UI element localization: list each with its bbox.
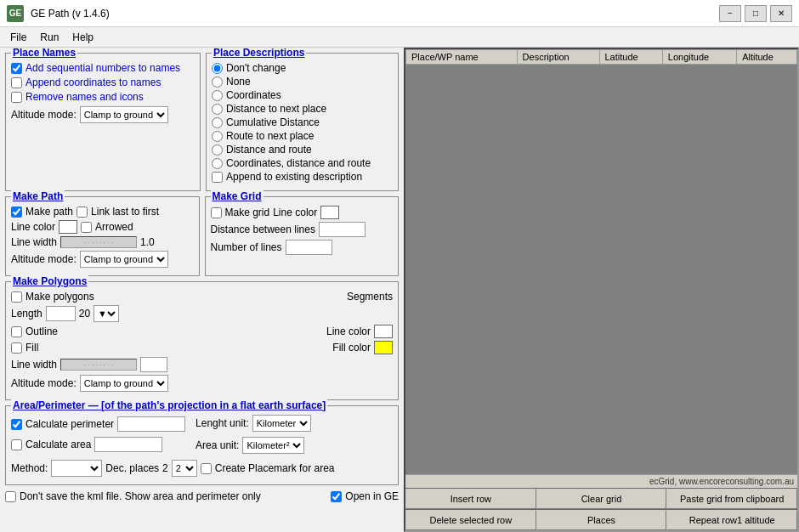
make-path-title: Make Path xyxy=(11,190,65,202)
link-last-checkbox[interactable] xyxy=(76,207,88,218)
distance-between-input[interactable] xyxy=(319,222,366,237)
remove-names-label: Remove names and icons xyxy=(26,91,144,103)
desc-allthree-radio[interactable] xyxy=(212,158,223,169)
desc-dontchange-radio[interactable] xyxy=(212,63,223,74)
calc-perimeter-checkbox[interactable] xyxy=(11,419,22,430)
grid-buttons-row2: Delete selected row Places Repeat row1 a… xyxy=(405,509,797,530)
make-grid-label: Make grid xyxy=(225,207,270,218)
grid-line-color-box[interactable] xyxy=(320,206,339,219)
paste-grid-button[interactable]: Paste grid from clipboard xyxy=(666,489,797,509)
path-line-width-slider[interactable]: · · · · · · · · xyxy=(60,236,137,248)
close-button[interactable]: ✕ xyxy=(770,5,792,22)
poly-altitude-select[interactable]: Clamp to ground xyxy=(80,375,168,392)
create-placemark-label: Create Placemark for area xyxy=(215,462,335,474)
area-unit-select[interactable]: Kilometer² xyxy=(242,437,304,454)
desc-cumulative-label: Cumulative Distance xyxy=(226,116,320,128)
make-path-section: Make Path Make path Link last to first L… xyxy=(5,196,200,276)
grid-table-wrapper[interactable]: Place/WP name Description Latitude Longi… xyxy=(405,49,797,474)
make-grid-checkbox[interactable] xyxy=(211,207,222,218)
desc-coordinates-radio[interactable] xyxy=(212,90,223,101)
perimeter-value-input[interactable] xyxy=(117,416,185,432)
fill-color-label: Fill color xyxy=(332,342,371,354)
col-description: Description xyxy=(517,50,599,65)
desc-allthree-label: Coordinates, distance and route xyxy=(226,157,371,169)
desc-none-radio[interactable] xyxy=(212,76,223,88)
link-last-label: Link last to first xyxy=(91,206,159,218)
menu-help[interactable]: Help xyxy=(65,30,100,45)
dont-save-label: Don't save the kml file. Show area and p… xyxy=(20,490,261,502)
make-path-checkbox[interactable] xyxy=(11,207,22,218)
title-bar: GE GE Path (v 1.4.6) − □ ✕ xyxy=(0,0,799,27)
calc-area-checkbox[interactable] xyxy=(11,439,22,450)
length-unit-label: Lenght unit: xyxy=(196,417,249,429)
path-altitude-label: Altitude mode: xyxy=(11,253,76,265)
number-of-lines-input[interactable] xyxy=(286,240,332,255)
dec-places-select[interactable]: 2 xyxy=(172,460,197,477)
number-of-lines-label: Number of lines xyxy=(211,241,282,253)
right-panel: Place/WP name Description Latitude Longi… xyxy=(404,48,799,532)
add-sequential-label: Add sequential numbers to names xyxy=(26,62,180,74)
remove-names-checkbox[interactable] xyxy=(11,92,22,103)
line-color-label: Line color xyxy=(11,221,55,233)
area-value-input[interactable] xyxy=(94,437,162,452)
bottom-row: Don't save the kml file. Show area and p… xyxy=(5,490,399,502)
poly-altitude-label: Altitude mode: xyxy=(11,377,76,389)
grid-line-color-label: Line color xyxy=(273,207,317,218)
outline-checkbox[interactable] xyxy=(11,326,22,337)
outline-label: Outline xyxy=(26,325,58,337)
poly-segments-select[interactable]: ▼ xyxy=(94,305,119,322)
minimize-button[interactable]: − xyxy=(719,5,741,22)
repeat-altitude-button[interactable]: Repeat row1 altitude xyxy=(666,510,797,530)
places-button[interactable]: Places xyxy=(536,510,667,530)
distance-between-label: Distance between lines xyxy=(211,224,315,235)
segments-label: Segments xyxy=(347,291,393,303)
poly-line-width-slider[interactable]: · · · · · · · · xyxy=(60,359,137,371)
path-altitude-select[interactable]: Clamp to ground xyxy=(80,251,168,268)
line-color-box[interactable] xyxy=(59,220,77,234)
fill-checkbox[interactable] xyxy=(11,342,22,354)
fill-color-box[interactable] xyxy=(374,341,393,354)
place-names-section: Place Names Add sequential numbers to na… xyxy=(5,53,201,191)
dec-places-label: Dec. places xyxy=(105,462,159,474)
make-path-label: Make path xyxy=(26,206,73,218)
altitude-mode-label: Altitude mode: xyxy=(11,109,76,121)
append-coords-checkbox[interactable] xyxy=(11,77,22,88)
place-names-title: Place Names xyxy=(11,48,77,59)
make-polygons-checkbox[interactable] xyxy=(11,291,22,303)
grid-table: Place/WP name Description Latitude Longi… xyxy=(405,49,797,65)
open-in-ge-checkbox[interactable] xyxy=(331,491,342,502)
make-polygons-title: Make Polygons xyxy=(11,275,88,287)
menu-run[interactable]: Run xyxy=(33,30,65,45)
app-icon: GE xyxy=(7,5,24,22)
grid-header-row: Place/WP name Description Latitude Longi… xyxy=(406,50,797,65)
append-existing-checkbox[interactable] xyxy=(212,172,223,183)
insert-row-button[interactable]: Insert row xyxy=(405,489,536,509)
method-select[interactable] xyxy=(51,460,102,477)
desc-route-radio[interactable] xyxy=(212,131,223,142)
desc-cumulative-radio[interactable] xyxy=(212,117,223,128)
add-sequential-checkbox[interactable] xyxy=(11,63,22,74)
window-controls: − □ ✕ xyxy=(719,5,792,22)
method-label: Method: xyxy=(11,462,48,474)
arrowed-checkbox[interactable] xyxy=(81,222,92,233)
arrowed-label: Arrowed xyxy=(95,221,133,233)
desc-none-label: None xyxy=(226,76,251,88)
open-in-ge-label: Open in GE xyxy=(345,490,399,502)
maximize-button[interactable]: □ xyxy=(745,5,767,22)
length-unit-select[interactable]: Kilometer xyxy=(252,415,311,432)
desc-distance-radio[interactable] xyxy=(212,104,223,115)
grid-buttons-row1: Insert row Clear grid Paste grid from cl… xyxy=(405,488,797,509)
altitude-mode-select[interactable]: Clamp to ground xyxy=(80,106,168,123)
menu-bar: File Run Help xyxy=(0,27,799,48)
poly-length-input[interactable] xyxy=(46,306,76,321)
delete-row-button[interactable]: Delete selected row xyxy=(405,510,536,530)
make-grid-section: Make Grid Make grid Line color Distance … xyxy=(205,196,400,276)
dont-save-checkbox[interactable] xyxy=(5,491,16,502)
create-placemark-checkbox[interactable] xyxy=(201,463,212,474)
menu-file[interactable]: File xyxy=(3,30,33,45)
main-content: Place Names Add sequential numbers to na… xyxy=(0,48,799,532)
clear-grid-button[interactable]: Clear grid xyxy=(536,489,667,509)
poly-line-color-box[interactable] xyxy=(374,325,393,338)
desc-distroute-radio[interactable] xyxy=(212,144,223,156)
poly-line-width-input[interactable]: 1.0 xyxy=(140,357,167,372)
